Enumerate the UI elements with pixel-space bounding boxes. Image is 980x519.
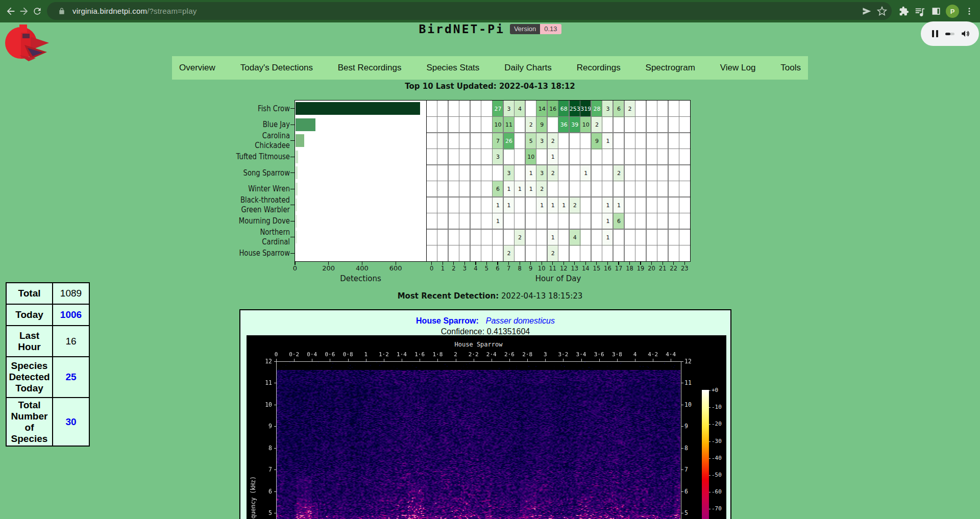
bookmark-star-icon[interactable] [874, 0, 890, 22]
hour-tick-label: 10 [535, 265, 548, 272]
stats-value: 30 [53, 398, 89, 446]
species-bar [296, 166, 298, 179]
freq-tick-label-left: 5 [260, 509, 272, 516]
time-tick-label: 2·6 [499, 351, 520, 358]
most-recent-heading: Most Recent Detection: 2022-04-13 18:15:… [0, 291, 980, 301]
time-tick-label: 4·2 [643, 351, 663, 358]
freq-tick-label-right: 8 [684, 444, 697, 452]
freq-tick-label-left: 8 [260, 444, 272, 452]
time-tick-label: 2·4 [481, 351, 502, 358]
species-axis-label: Black-throatedGreen Warbler [227, 195, 290, 214]
send-icon[interactable] [859, 0, 874, 22]
time-tick-label: 0·6 [320, 351, 340, 358]
audio-timeline[interactable] [945, 33, 954, 35]
media-controls-icon[interactable] [912, 0, 927, 22]
heatmap-cell: 2 [547, 245, 559, 262]
nav-item-best-recordings[interactable]: Best Recordings [338, 63, 402, 73]
reload-icon[interactable] [30, 0, 45, 22]
nav-item-overview[interactable]: Overview [179, 63, 215, 73]
heatmap-cell: 4 [569, 229, 581, 246]
freq-tick-label-right: 5 [684, 509, 697, 516]
species-bar [296, 215, 297, 228]
species-axis-label: House Sparrow [227, 249, 290, 258]
freq-tick-label-left: 12 [260, 358, 272, 365]
time-tick-label: 0 [266, 351, 286, 358]
time-tick-label: 3·2 [553, 351, 573, 358]
heatmap-cell: 1 [602, 229, 614, 246]
heatmap-cell: 28 [591, 101, 603, 117]
detection-scientific-name: Passer domesticus [486, 316, 555, 325]
freq-tick-label-left: 6 [260, 488, 272, 495]
time-tick-label: 1·2 [374, 351, 394, 358]
heatmap-cell: 1 [580, 165, 592, 182]
volume-icon[interactable] [961, 29, 970, 38]
hour-tick-label: 5 [480, 265, 493, 272]
heatmap-cell: 7 [492, 133, 504, 150]
hour-tick-label: 2 [448, 265, 460, 272]
species-axis-label: Mourning Dove [227, 216, 290, 226]
nav-item-spectrogram[interactable]: Spectrogram [646, 63, 695, 73]
bar-xtick-label: 200 [316, 264, 341, 272]
heatmap-cell: 2 [525, 117, 537, 134]
db-tick-label: -20 [712, 421, 727, 427]
version-badge: Version 0.13 [510, 24, 561, 34]
time-tick-label: 3·8 [607, 351, 627, 358]
stats-value-link[interactable]: 30 [65, 416, 76, 427]
url-text: virginia.birdnetpi.com/?stream=play [72, 7, 197, 15]
freq-tick-label-right: 7 [684, 466, 697, 473]
version-value: 0.13 [540, 24, 561, 34]
species-axis-label: Winter Wren [227, 184, 290, 194]
heatmap-cell: 6 [613, 213, 625, 230]
heatmap-cell: 2 [514, 229, 526, 246]
species-axis-label: Fish Crow [227, 104, 290, 114]
heatmap-cell: 2 [536, 181, 548, 198]
heatmap-cell: 5 [525, 133, 537, 150]
freq-tick-label-right: 10 [684, 401, 697, 408]
spectrogram-noise [276, 362, 680, 519]
stats-table: Total1089Today1006Last Hour16Species Det… [6, 282, 90, 447]
nav-item-daily-charts[interactable]: Daily Charts [504, 63, 552, 73]
hour-tick-label: 7 [503, 265, 515, 272]
stats-row: Total1089 [6, 283, 89, 304]
url-bar[interactable]: virginia.birdnetpi.com/?stream=play [47, 2, 892, 20]
nav-item-today-s-detections[interactable]: Today's Detections [240, 63, 313, 73]
detection-common-name[interactable]: House Sparrow: [416, 316, 479, 325]
hour-tick-label: 14 [579, 265, 592, 272]
stats-value: 25 [53, 357, 89, 398]
heatmap-cell: 1 [602, 133, 614, 150]
hour-tick-label: 11 [547, 265, 559, 272]
nav-item-view-log[interactable]: View Log [720, 63, 756, 73]
heatmap-cell: 14 [536, 101, 548, 117]
stats-value-link[interactable]: 1006 [60, 309, 82, 320]
stats-label: Total Number of Species [6, 398, 53, 446]
heatmap-cell: 36 [558, 117, 570, 134]
time-tick-label: 0·4 [302, 351, 322, 358]
time-tick-label: 2·8 [517, 351, 537, 358]
heatmap-cell: 253 [569, 101, 581, 117]
stats-row: Today1006 [6, 304, 89, 326]
url-path: /?stream=play [147, 7, 197, 15]
nav-item-species-stats[interactable]: Species Stats [426, 63, 479, 73]
hour-tick-label: 15 [591, 265, 603, 272]
hour-tick-label: 12 [557, 265, 570, 272]
heatmap-cell: 2 [503, 245, 515, 262]
hour-tick-label: 18 [624, 265, 636, 272]
side-panel-icon[interactable] [928, 0, 944, 22]
nav-item-tools[interactable]: Tools [780, 63, 801, 73]
heatmap-cell: 4 [514, 101, 526, 117]
freq-tick-label-right: 12 [684, 358, 697, 365]
extensions-icon[interactable] [896, 0, 912, 22]
stats-label: Species Detected Today [6, 357, 53, 398]
stats-value-link[interactable]: 25 [65, 372, 76, 382]
profile-avatar[interactable]: P [946, 5, 959, 18]
hour-tick-label: 6 [492, 265, 504, 272]
time-tick-label: 3 [535, 351, 555, 358]
nav-item-recordings[interactable]: Recordings [577, 63, 621, 73]
heatmap-cell: 3 [503, 101, 515, 117]
pause-button[interactable] [932, 30, 938, 37]
species-bar [296, 151, 298, 163]
menu-dots-icon[interactable] [962, 0, 977, 22]
hour-tick-label: 9 [525, 265, 537, 272]
heatmap-cell: 1 [503, 181, 515, 198]
db-tick-label: -60 [712, 488, 727, 495]
